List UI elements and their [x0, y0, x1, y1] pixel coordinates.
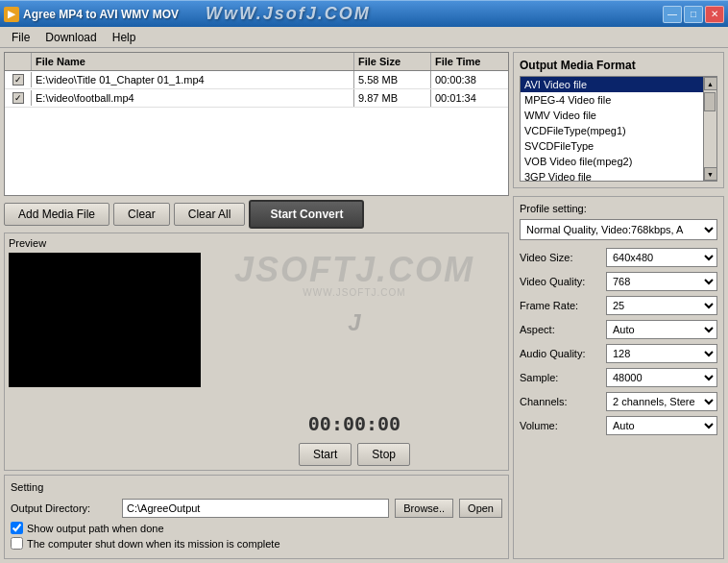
video-quality-row: Video Quality: 768	[520, 272, 717, 291]
col-header-time: File Time	[431, 53, 508, 70]
preview-stop-button[interactable]: Stop	[357, 443, 410, 466]
open-button[interactable]: Open	[459, 499, 502, 518]
video-size-label: Video Size:	[520, 252, 606, 263]
profile-label: Profile setting:	[520, 203, 606, 214]
audio-quality-row: Audio Quality: 128	[520, 344, 717, 363]
video-size-select[interactable]: 640x480	[606, 248, 717, 267]
add-media-file-button[interactable]: Add Media File	[4, 203, 109, 226]
format-item-vob[interactable]: VOB Video file(mpeg2)	[521, 154, 703, 169]
format-item-svcd[interactable]: SVCDFileType	[521, 138, 703, 154]
preview-section: Preview JSOFTJ.COM WWW.JSOFTJ.COM J 00:0…	[4, 233, 509, 471]
browse-button[interactable]: Browse..	[395, 499, 453, 518]
file-list-container: File Name File Size File Time E:\video\T…	[4, 52, 509, 196]
channels-label: Channels:	[520, 396, 606, 407]
volume-select[interactable]: Auto	[606, 416, 717, 435]
frame-rate-row: Frame Rate: 25	[520, 296, 717, 315]
left-panel: File Name File Size File Time E:\video\T…	[4, 52, 509, 559]
title-watermark: WwW.JsofJ.COM	[206, 4, 371, 24]
format-list-container: AVI Video file MPEG-4 Video file WMV Vid…	[520, 76, 717, 182]
aspect-row: Aspect: Auto	[520, 320, 717, 339]
scroll-up-arrow[interactable]: ▲	[704, 77, 717, 90]
video-quality-label: Video Quality:	[520, 276, 606, 287]
preview-video	[9, 253, 201, 387]
format-scrollbar[interactable]: ▲ ▼	[703, 77, 716, 181]
preview-logo-text: JSOFTJ.COM	[234, 253, 474, 287]
profile-select[interactable]: Normal Quality, Video:768kbps, A	[520, 219, 717, 240]
frame-rate-select[interactable]: 25	[606, 296, 717, 315]
aspect-label: Aspect:	[520, 324, 606, 335]
action-buttons-row: Add Media File Clear Clear All Start Con…	[4, 200, 509, 229]
output-format-section: Output Media Format AVI Video file MPEG-…	[513, 52, 724, 188]
scroll-thumb[interactable]	[704, 92, 716, 111]
col-header-check	[5, 53, 32, 70]
output-dir-input[interactable]	[122, 499, 389, 518]
row1-check-cell[interactable]	[5, 72, 32, 87]
row1-filename: E:\video\Title 01_Chapter 01_1.mp4	[32, 71, 354, 88]
format-item-3gp[interactable]: 3GP Video file	[521, 169, 703, 181]
title-bar: ▶ Agree MP4 to AVI WMV MOV WwW.JsofJ.COM…	[0, 0, 728, 27]
checkbox1-label: Show output path when done	[27, 523, 164, 534]
sample-select[interactable]: 48000	[606, 368, 717, 387]
format-item-mpeg4[interactable]: MPEG-4 Video file	[521, 92, 703, 108]
checkbox2-row: The computer shut down when its mission …	[11, 537, 502, 550]
format-item-vcd[interactable]: VCDFileType(mpeg1)	[521, 123, 703, 138]
clear-all-button[interactable]: Clear All	[174, 203, 246, 226]
row1-filesize: 5.58 MB	[354, 71, 431, 88]
frame-rate-label: Frame Rate:	[520, 300, 606, 311]
row2-filename: E:\video\football.mp4	[32, 89, 354, 107]
title-controls: — □ ✕	[663, 6, 724, 23]
scroll-down-arrow[interactable]: ▼	[704, 167, 717, 181]
menu-bar: File Download Help	[0, 27, 728, 48]
main-content: File Name File Size File Time E:\video\T…	[0, 48, 728, 563]
output-format-title: Output Media Format	[520, 59, 717, 72]
channels-row: Channels: 2 channels, Stere	[520, 392, 717, 411]
scroll-track	[704, 90, 716, 167]
preview-time: 00:00:00	[308, 412, 400, 435]
channels-select[interactable]: 2 channels, Stere	[606, 392, 717, 411]
audio-quality-label: Audio Quality:	[520, 348, 606, 359]
clear-button[interactable]: Clear	[113, 203, 170, 226]
preview-buttons: Start Stop	[299, 443, 410, 466]
table-row: E:\video\Title 01_Chapter 01_1.mp4 5.58 …	[5, 71, 508, 89]
profile-select-row: Normal Quality, Video:768kbps, A	[520, 219, 717, 240]
file-list-header: File Name File Size File Time	[5, 53, 508, 71]
sample-label: Sample:	[520, 372, 606, 383]
row1-filetime: 00:00:38	[431, 71, 508, 88]
row1-checkbox[interactable]	[12, 74, 24, 86]
format-item-wmv[interactable]: WMV Video file	[521, 108, 703, 123]
output-dir-row: Output Directory: Browse.. Open	[11, 499, 502, 518]
preview-label: Preview	[9, 237, 504, 249]
format-list[interactable]: AVI Video file MPEG-4 Video file WMV Vid…	[521, 77, 703, 181]
shutdown-checkbox[interactable]	[11, 537, 23, 550]
table-row: E:\video\football.mp4 9.87 MB 00:01:34	[5, 89, 508, 108]
row2-filetime: 00:01:34	[431, 89, 508, 107]
output-dir-label: Output Directory:	[11, 502, 116, 514]
minimize-button[interactable]: —	[663, 6, 682, 23]
start-convert-button[interactable]: Start Convert	[249, 200, 364, 229]
video-size-row: Video Size: 640x480	[520, 248, 717, 267]
app-icon: ▶	[4, 7, 19, 22]
col-header-name: File Name	[32, 53, 354, 70]
format-item-avi[interactable]: AVI Video file	[521, 77, 703, 92]
window-title: Agree MP4 to AVI WMV MOV	[23, 8, 179, 21]
maximize-button[interactable]: □	[684, 6, 703, 23]
video-quality-select[interactable]: 768	[606, 272, 717, 291]
aspect-select[interactable]: Auto	[606, 320, 717, 339]
preview-start-button[interactable]: Start	[299, 443, 352, 466]
row2-checkbox[interactable]	[12, 92, 24, 104]
right-panel: Output Media Format AVI Video file MPEG-…	[513, 52, 724, 559]
checkbox1-row: Show output path when done	[11, 522, 502, 534]
close-button[interactable]: ✕	[705, 6, 724, 23]
row2-check-cell[interactable]	[5, 90, 32, 106]
checkbox2-label: The computer shut down when its mission …	[27, 538, 280, 550]
preview-area: JSOFTJ.COM WWW.JSOFTJ.COM J 00:00:00 Sta…	[9, 253, 504, 466]
profile-row: Profile setting:	[520, 203, 717, 214]
audio-quality-select[interactable]: 128	[606, 344, 717, 363]
menu-help[interactable]: Help	[105, 29, 144, 46]
show-output-path-checkbox[interactable]	[11, 522, 23, 534]
menu-file[interactable]: File	[4, 29, 37, 46]
setting-label: Setting	[11, 481, 502, 493]
menu-download[interactable]: Download	[37, 29, 104, 46]
setting-section: Setting Output Directory: Browse.. Open …	[4, 475, 509, 559]
sample-row: Sample: 48000	[520, 368, 717, 387]
